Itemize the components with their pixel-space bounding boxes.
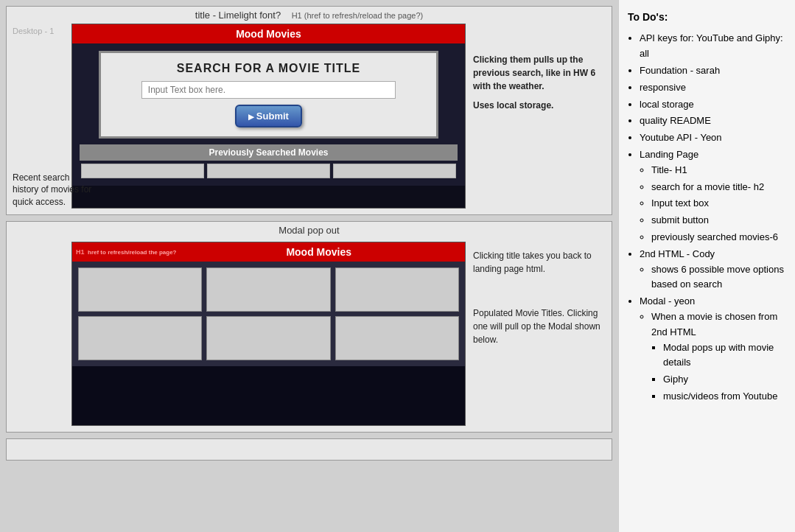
annotations-section2-right: Clicking title takes you back to landing… [473, 242, 606, 426]
section2-title: Modal pop out [7, 222, 612, 239]
sidebar-item-readme: quality README [640, 113, 786, 129]
movie-card-4[interactable] [78, 316, 202, 360]
mockup-frame-2: H1 href to refresh/reload the page? Mood… [71, 242, 466, 426]
annotation-clicking: Clicking them pulls up the previous sear… [473, 53, 606, 93]
submit-button[interactable]: Submit [235, 105, 302, 127]
movie-card-1[interactable] [78, 267, 202, 312]
main-content: title - Limelight font? H1 (href to refr… [0, 0, 618, 532]
movie-card-3[interactable] [335, 267, 459, 312]
previously-searched-label: Previously Searched Movies [80, 144, 458, 161]
h1-label: H1 href to refresh/reload the page? [76, 248, 177, 256]
sidebar-list: API keys for: YouTube and Giphy: all Fou… [628, 31, 786, 404]
submit-label: Submit [256, 111, 289, 122]
sidebar-sublist-modal: When a movie is chosen from 2nd HTML Mod… [640, 309, 786, 405]
sidebar-item-foundation: Foundation - sarah [640, 63, 786, 79]
sidebar-item-2nd-html: 2nd HTML - Cody shows 6 possible move op… [640, 247, 786, 293]
sidebar-heading: To Do's: [628, 9, 786, 25]
search-input[interactable] [141, 81, 396, 99]
sidebar: To Do's: API keys for: YouTube and Giphy… [618, 0, 795, 532]
app-header-1: Mood Movies [72, 24, 465, 43]
section2-box: Modal pop out H1 href to refresh/reload … [6, 221, 612, 433]
sidebar-item-youtube-api: Youtube API - Yeon [640, 130, 786, 146]
mockup-frame-1: Mood Movies SEARCH FOR A MOVIE TITLE Sub… [71, 24, 466, 209]
sidebar-item-responsive: responsive [640, 80, 786, 96]
prev-movies-row [80, 164, 458, 178]
prev-movie-2[interactable] [207, 164, 330, 178]
movie-card-2[interactable] [206, 267, 330, 312]
app-title-2: Mood Movies [177, 246, 462, 258]
sidebar-item-search-h2: search for a movie title- h2 [651, 180, 786, 195]
annotation-left: Recent search history of movies for quic… [13, 172, 94, 209]
annotation-title-text: Clicking title takes you back to landing… [473, 251, 592, 274]
sidebar-item-localstorage: local storage [640, 97, 786, 113]
desktop-label-text: Desktop - 1 [13, 27, 54, 35]
annotation-populated: Populated Movie Titles. Clicking one wil… [473, 307, 606, 346]
annotation-click-title: Clicking title takes you back to landing… [473, 249, 606, 276]
section1-title: title - Limelight font? H1 (href to refr… [7, 7, 612, 21]
sidebar-sublist-modal-details: Modal pops up with movie details Giphy m… [651, 340, 786, 405]
section2-title-text: Modal pop out [279, 225, 339, 236]
cinema-screen: SEARCH FOR A MOVIE TITLE Submit [99, 51, 439, 139]
sidebar-item-landing: Landing Page Title- H1 search for a movi… [640, 147, 786, 245]
movie-card-6[interactable] [335, 316, 459, 360]
sidebar-item-submit: submit button [651, 213, 786, 228]
sidebar-item-shows-options: shows 6 possible move options based on s… [651, 262, 786, 293]
sidebar-item-youtube-music: music/videos from Youtube [663, 389, 786, 405]
section1-subtitle: H1 (href to refresh/reload the page?) [292, 11, 424, 20]
section1-inner: Desktop - 1 Mood Movies SEARCH FOR A MOV… [7, 21, 612, 214]
movie-grid [72, 262, 465, 366]
section1-title-text: title - Limelight font? [195, 10, 281, 21]
cinema-area-1: SEARCH FOR A MOVIE TITLE Submit Previous… [72, 43, 465, 186]
cinema-seats-2 [72, 366, 465, 425]
annotation-movies-text: Populated Movie Titles. Clicking one wil… [473, 308, 600, 345]
section2-spacer [13, 242, 64, 426]
sidebar-sublist-landing: Title- H1 search for a movie title- h2 I… [640, 163, 786, 245]
sidebar-item-giphy: Giphy [663, 372, 786, 388]
sidebar-item-movie-chosen: When a movie is chosen from 2nd HTML Mod… [651, 309, 786, 405]
h1-sub: href to refresh/reload the page? [88, 249, 176, 256]
h1-text: H1 [76, 248, 85, 256]
sidebar-sublist-2ndhtml: shows 6 possible move options based on s… [640, 262, 786, 293]
sidebar-item-modal: Modal - yeon When a movie is chosen from… [640, 294, 786, 405]
sidebar-item-title-h1: Title- H1 [651, 163, 786, 178]
sidebar-item-modal-details: Modal pops up with movie details [663, 340, 786, 371]
movie-card-5[interactable] [206, 316, 330, 360]
sidebar-item-api: API keys for: YouTube and Giphy: all [640, 31, 786, 62]
sidebar-item-input: Input text box [651, 196, 786, 211]
sidebar-item-prev-searched: previously searched movies-6 [651, 230, 786, 245]
prev-movie-3[interactable] [333, 164, 456, 178]
section3-box [6, 438, 612, 461]
app-header-2: H1 href to refresh/reload the page? Mood… [72, 242, 465, 262]
annotation-left-text: Recent search history of movies for quic… [13, 172, 91, 208]
section2-inner: H1 href to refresh/reload the page? Mood… [7, 239, 612, 432]
app-title-1: Mood Movies [236, 28, 301, 40]
annotation-local-storage: Uses local storage. [473, 99, 606, 112]
section1-box: title - Limelight font? H1 (href to refr… [6, 6, 612, 215]
search-heading: SEARCH FOR A MOVIE TITLE [110, 62, 428, 75]
cinema-seats-1 [72, 186, 465, 208]
prev-movie-1[interactable] [81, 164, 204, 178]
annotations-right: Clicking them pulls up the previous sear… [473, 24, 606, 209]
